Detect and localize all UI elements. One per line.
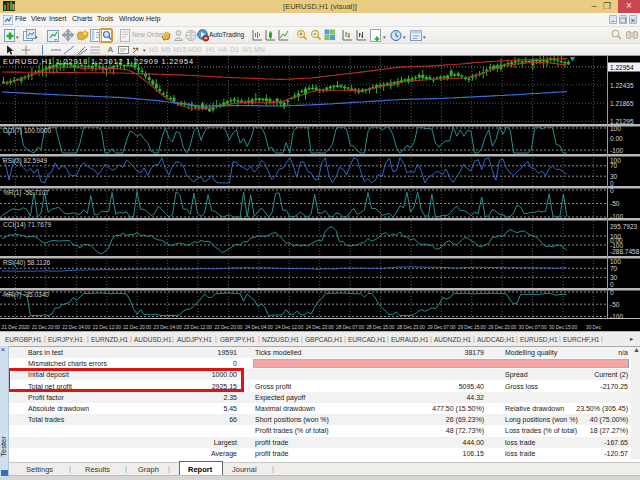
svg-text:CCI(7) 100.0000: CCI(7) 100.0000 xyxy=(3,127,51,135)
svg-text:28 Dec 15:00: 28 Dec 15:00 xyxy=(367,324,396,330)
svg-text:24 Dec 04:00: 24 Dec 04:00 xyxy=(245,324,274,330)
svg-text:29 Dec 07:00: 29 Dec 07:00 xyxy=(427,324,456,330)
svg-text:70: 70 xyxy=(610,265,618,272)
svg-text:%R(7) -35.0340: %R(7) -35.0340 xyxy=(3,291,49,299)
svg-text:24 Dec 23:00: 24 Dec 23:00 xyxy=(306,324,335,330)
svg-text:1.21295: 1.21295 xyxy=(610,118,634,125)
svg-text:0: 0 xyxy=(610,187,614,194)
svg-text:23 Dec 20:00: 23 Dec 20:00 xyxy=(214,324,243,330)
svg-text:1.22435: 1.22435 xyxy=(610,82,634,89)
svg-text:-100: -100 xyxy=(610,147,623,154)
svg-text:23 Dec 12:00: 23 Dec 12:00 xyxy=(184,324,213,330)
svg-text:EURUSD,H1 1.22918 1.23012 1.2: EURUSD,H1 1.22918 1.23012 1.22909 1.2295… xyxy=(3,57,193,66)
svg-text:1.21865: 1.21865 xyxy=(610,100,634,107)
svg-text:%R(1) -56.7107: %R(1) -56.7107 xyxy=(3,189,49,197)
svg-text:30 Dec 15:00: 30 Dec 15:00 xyxy=(549,324,578,330)
svg-text:28 Dec 23:00: 28 Dec 23:00 xyxy=(397,324,426,330)
svg-text:295.7923: 295.7923 xyxy=(610,223,637,230)
svg-text:22 Dec 04:00: 22 Dec 04:00 xyxy=(62,324,91,330)
svg-text:RSI(2) 82.5949: RSI(2) 82.5949 xyxy=(3,157,47,165)
svg-text:-288.7458: -288.7458 xyxy=(610,248,640,255)
svg-text:21 Dec 20:00: 21 Dec 20:00 xyxy=(32,324,61,330)
svg-text:100: 100 xyxy=(610,125,621,132)
svg-text:CCI(14) 71.7679: CCI(14) 71.7679 xyxy=(3,221,51,229)
svg-text:0: 0 xyxy=(610,180,614,187)
svg-text:-100: -100 xyxy=(610,313,623,320)
svg-text:29 Dec 15:00: 29 Dec 15:00 xyxy=(458,324,487,330)
svg-text:-50: -50 xyxy=(610,200,620,207)
svg-text:24 Dec 12:00: 24 Dec 12:00 xyxy=(275,324,304,330)
svg-text:30 Dec 07:00: 30 Dec 07:00 xyxy=(519,324,548,330)
svg-text:22 Dec 12:00: 22 Dec 12:00 xyxy=(93,324,122,330)
svg-text:28 Dec 07:00: 28 Dec 07:00 xyxy=(336,324,365,330)
svg-text:0.00: 0.00 xyxy=(610,135,623,142)
svg-text:21 Dec 2020: 21 Dec 2020 xyxy=(2,324,31,330)
svg-text:0: 0 xyxy=(610,281,614,288)
svg-text:-50: -50 xyxy=(610,301,620,308)
svg-text:1.22954: 1.22954 xyxy=(610,64,634,71)
svg-text:22 Dec 20:00: 22 Dec 20:00 xyxy=(123,324,152,330)
svg-text:-100: -100 xyxy=(610,213,623,220)
svg-text:70: 70 xyxy=(610,162,618,169)
svg-text:29 Dec 23:00: 29 Dec 23:00 xyxy=(488,324,517,330)
svg-text:0: 0 xyxy=(610,289,614,296)
svg-text:30 Dec: 30 Dec xyxy=(586,324,601,330)
svg-text:23 Dec 04:00: 23 Dec 04:00 xyxy=(154,324,183,330)
svg-text:RSI(40) 58.1126: RSI(40) 58.1126 xyxy=(3,259,51,267)
